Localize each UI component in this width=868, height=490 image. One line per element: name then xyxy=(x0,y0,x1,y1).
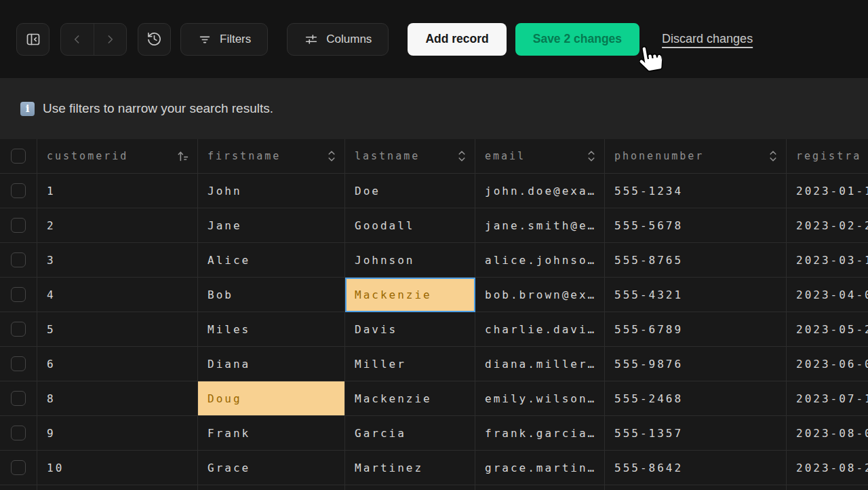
cell-email[interactable]: bob.brown@ex… xyxy=(475,278,605,312)
table-body: 1JohnDoejohn.doe@exa…555-12342023-01-12J… xyxy=(0,174,868,490)
cell-lastname[interactable]: Johnson xyxy=(345,243,475,278)
column-header-lastname[interactable]: lastname xyxy=(345,139,475,174)
cell-customerid[interactable]: 3 xyxy=(37,243,198,278)
cell-phonenumber[interactable]: 555-8765 xyxy=(605,243,787,278)
cell-lastname[interactable]: Doe xyxy=(345,174,475,208)
history-button[interactable] xyxy=(138,23,171,56)
cell-lastname[interactable]: Garcia xyxy=(345,416,475,451)
row-checkbox[interactable] xyxy=(11,460,26,475)
cell-partial xyxy=(198,485,345,490)
column-label: customerid xyxy=(47,150,128,162)
cell-registrationdate[interactable]: 2023-05-2 xyxy=(787,312,868,347)
cell-email[interactable]: emily.wilson… xyxy=(475,381,605,416)
cell-customerid[interactable]: 2 xyxy=(37,208,198,243)
row-checkbox[interactable] xyxy=(11,218,26,233)
cell-firstname[interactable]: John xyxy=(198,174,345,208)
cell-email[interactable]: jane.smith@e… xyxy=(475,208,605,243)
cell-partial xyxy=(475,485,605,490)
cell-phonenumber[interactable]: 555-1357 xyxy=(605,416,787,451)
discard-changes-link[interactable]: Discard changes xyxy=(662,32,753,46)
cell-phonenumber[interactable]: 555-9876 xyxy=(605,347,787,381)
add-record-button[interactable]: Add record xyxy=(408,23,506,56)
cell-registrationdate[interactable]: 2023-03-1 xyxy=(787,243,868,278)
row-checkbox-cell xyxy=(0,416,37,451)
column-header-phonenumber[interactable]: phonenumber xyxy=(605,139,787,174)
cell-customerid[interactable]: 1 xyxy=(37,174,198,208)
sidebar-toggle-button[interactable] xyxy=(16,23,50,56)
cell-customerid[interactable]: 5 xyxy=(37,312,198,347)
cell-firstname[interactable]: Jane xyxy=(198,208,345,243)
row-checkbox-cell xyxy=(0,312,37,347)
column-label: lastname xyxy=(355,150,420,162)
row-checkbox[interactable] xyxy=(11,287,26,302)
row-checkbox[interactable] xyxy=(11,426,26,440)
cell-lastname[interactable]: Goodall xyxy=(345,208,475,243)
sort-toggle-icon[interactable] xyxy=(456,149,468,164)
cell-firstname[interactable]: Alice xyxy=(198,243,345,278)
cell-firstname[interactable]: Doug xyxy=(198,381,345,416)
cell-customerid[interactable]: 6 xyxy=(37,347,198,381)
column-header-email[interactable]: email xyxy=(475,139,605,174)
sort-toggle-icon[interactable] xyxy=(585,149,597,164)
cell-firstname[interactable]: Bob xyxy=(198,278,345,312)
cell-firstname[interactable]: Frank xyxy=(198,416,345,451)
cell-phonenumber[interactable]: 555-1234 xyxy=(605,174,787,208)
cell-phonenumber[interactable]: 555-5678 xyxy=(605,208,787,243)
cell-registrationdate[interactable]: 2023-07-1 xyxy=(787,381,868,416)
sort-toggle-icon[interactable] xyxy=(767,149,779,164)
column-header-firstname[interactable]: firstname xyxy=(198,139,345,174)
row-checkbox[interactable] xyxy=(11,183,26,198)
table-row: 10GraceMartinezgrace.martin…555-86422023… xyxy=(0,451,868,485)
cell-lastname[interactable]: Mackenzie xyxy=(345,278,475,312)
cell-customerid[interactable]: 4 xyxy=(37,278,198,312)
cell-registrationdate[interactable]: 2023-04-0 xyxy=(787,278,868,312)
column-header-registrationdate[interactable]: registrat xyxy=(787,139,868,174)
history-nav-group xyxy=(60,23,127,56)
cell-lastname[interactable]: Martinez xyxy=(345,451,475,485)
forward-button[interactable] xyxy=(94,24,126,55)
cell-registrationdate[interactable]: 2023-08-2 xyxy=(787,451,868,485)
cell-email[interactable]: alice.johnso… xyxy=(475,243,605,278)
filters-button[interactable]: Filters xyxy=(180,23,268,56)
cell-email[interactable]: john.doe@exa… xyxy=(475,174,605,208)
cell-registrationdate[interactable]: 2023-02-2 xyxy=(787,208,868,243)
data-table: customeridfirstnamelastnameemailphonenum… xyxy=(0,139,868,490)
cell-firstname[interactable]: Diana xyxy=(198,347,345,381)
cell-lastname[interactable]: Mackenzie xyxy=(345,381,475,416)
cell-customerid[interactable]: 9 xyxy=(37,416,198,451)
cell-customerid[interactable]: 10 xyxy=(37,451,198,485)
column-label: firstname xyxy=(208,150,281,162)
select-all-checkbox[interactable] xyxy=(11,149,26,164)
table-row: 6DianaMillerdiana.miller…555-98762023-06… xyxy=(0,347,868,381)
cell-registrationdate[interactable]: 2023-08-0 xyxy=(787,416,868,451)
table-row: 3AliceJohnsonalice.johnso…555-87652023-0… xyxy=(0,243,868,278)
cell-registrationdate[interactable]: 2023-06-0 xyxy=(787,347,868,381)
row-checkbox[interactable] xyxy=(11,252,26,267)
column-header-customerid[interactable]: customerid xyxy=(37,139,198,174)
cell-email[interactable]: charlie.davi… xyxy=(475,312,605,347)
cell-firstname[interactable]: Grace xyxy=(198,451,345,485)
cell-phonenumber[interactable]: 555-8642 xyxy=(605,451,787,485)
cell-lastname[interactable]: Davis xyxy=(345,312,475,347)
cell-email[interactable]: frank.garcia… xyxy=(475,416,605,451)
row-checkbox-cell xyxy=(0,278,37,312)
cell-phonenumber[interactable]: 555-2468 xyxy=(605,381,787,416)
row-checkbox[interactable] xyxy=(11,322,26,337)
row-checkbox[interactable] xyxy=(11,356,26,371)
cell-lastname[interactable]: Miller xyxy=(345,347,475,381)
table-row: 9FrankGarciafrank.garcia…555-13572023-08… xyxy=(0,416,868,451)
back-button[interactable] xyxy=(61,24,94,55)
sort-ascending-icon[interactable] xyxy=(176,149,191,164)
table-row: 5MilesDavischarlie.davi…555-67892023-05-… xyxy=(0,312,868,347)
cell-firstname[interactable]: Miles xyxy=(198,312,345,347)
sort-toggle-icon[interactable] xyxy=(326,149,338,164)
cell-customerid[interactable]: 8 xyxy=(37,381,198,416)
cell-registrationdate[interactable]: 2023-01-1 xyxy=(787,174,868,208)
columns-button[interactable]: Columns xyxy=(287,23,389,56)
cell-email[interactable]: grace.martin… xyxy=(475,451,605,485)
row-checkbox[interactable] xyxy=(11,391,26,406)
cell-email[interactable]: diana.miller… xyxy=(475,347,605,381)
cell-phonenumber[interactable]: 555-4321 xyxy=(605,278,787,312)
cell-phonenumber[interactable]: 555-6789 xyxy=(605,312,787,347)
save-changes-button[interactable]: Save 2 changes xyxy=(515,23,639,56)
